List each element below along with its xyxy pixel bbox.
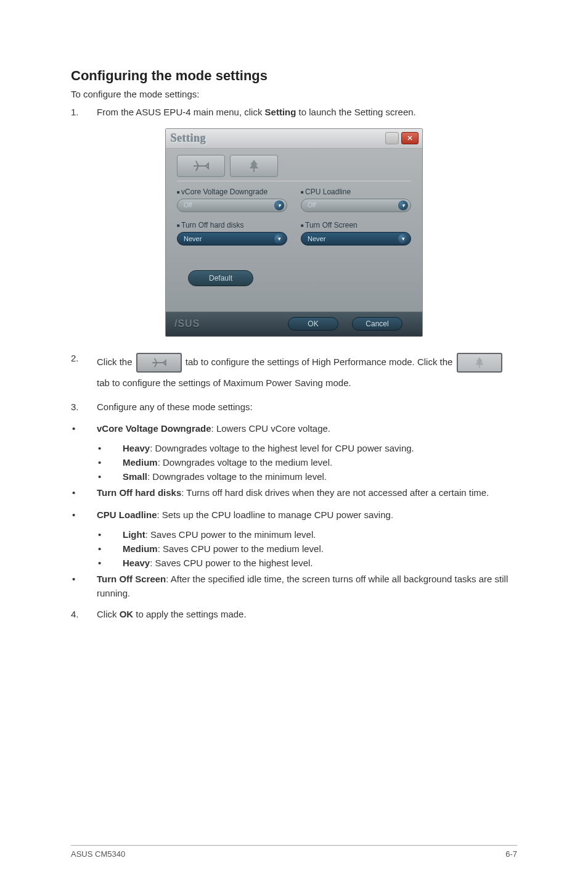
dropdown-value: Never [184, 235, 202, 242]
bullet-icon: • [71, 485, 97, 500]
vcore-dropdown[interactable]: Off ▾ [177, 199, 287, 212]
label: Heavy [123, 443, 150, 453]
chevron-down-icon: ▾ [274, 200, 284, 210]
step-number: 2. [71, 352, 97, 393]
hard-disks-label: Turn Off hard disks [177, 221, 287, 229]
label: Medium [123, 457, 158, 468]
bullet-icon: • [97, 558, 123, 568]
minimize-button[interactable] [385, 132, 399, 144]
ok-button[interactable]: OK [288, 317, 338, 331]
hard-disks-field: Turn Off hard disks Never ▾ [177, 221, 287, 245]
bullet-icon: • [97, 471, 123, 482]
text: : Lowers CPU vCore voltage. [211, 423, 330, 434]
screen-dropdown[interactable]: Never ▾ [301, 232, 411, 245]
mode-tabs [166, 149, 422, 177]
bullet-disks: • Turn Off hard disks: Turns off hard di… [71, 485, 517, 500]
bullet-loadline: • CPU Loadline: Sets up the CPU loadline… [71, 508, 517, 522]
bullet-icon: • [97, 457, 123, 468]
sub-bullet-light: • Light: Saves CPU power to the minimum … [97, 529, 517, 540]
vcore-field: vCore Voltage Downgrade Off ▾ [177, 188, 287, 212]
chevron-down-icon: ▾ [398, 234, 408, 244]
footer-product: ASUS CM5340 [71, 849, 125, 859]
text: : Downgrades voltage to the highest leve… [150, 443, 414, 453]
dialog-title: Setting [171, 132, 206, 145]
label: Heavy [123, 558, 150, 568]
text: : Downgrades voltage to the medium level… [158, 457, 332, 468]
text: to apply the settings made. [133, 609, 246, 619]
text: Click the [97, 357, 135, 367]
label: vCore Voltage Downgrade [97, 423, 211, 434]
text: Click [97, 609, 120, 619]
label: CPU Loadline [97, 510, 157, 520]
text: : Downgrades voltage to the minimum leve… [147, 471, 327, 482]
tree-icon [474, 356, 485, 369]
setting-dialog-screenshot: Setting ✕ vCore Voltage Downgrade Off ▾ … [165, 128, 423, 337]
bullet-vcore: • vCore Voltage Downgrade: Lowers CPU vC… [71, 421, 517, 435]
step-4: 4. Click OK to apply the settings made. [71, 608, 517, 622]
step-number: 4. [71, 608, 97, 622]
tab-power-saving[interactable] [230, 155, 278, 177]
text: : Turns off hard disk drives when they a… [181, 487, 489, 498]
step-3: 3. Configure any of these mode settings: [71, 400, 517, 415]
inline-tab-high-performance [136, 353, 182, 373]
asus-logo: /SUS [174, 318, 200, 329]
sub-bullet-heavy: • Heavy: Downgrades voltage to the highe… [97, 443, 517, 453]
step-number: 3. [71, 400, 97, 415]
sub-bullet-small: • Small: Downgrades voltage to the minim… [97, 471, 517, 482]
dropdown-value: Off [308, 202, 316, 208]
screen-field: Turn Off Screen Never ▾ [301, 221, 411, 245]
step-body: From the ASUS EPU-4 main menu, click Set… [97, 105, 517, 120]
bullet-icon: • [71, 572, 97, 601]
page-footer: ASUS CM5340 6-7 [71, 845, 517, 859]
text: : Saves CPU power to the minimum level. [145, 529, 316, 540]
sub-bullet-medium2: • Medium: Saves CPU power to the medium … [97, 543, 517, 554]
label: Medium [123, 543, 158, 554]
footer-page-number: 6-7 [505, 849, 517, 859]
heading: Configuring the mode settings [71, 68, 517, 84]
label: Turn Off hard disks [97, 487, 181, 498]
chevron-down-icon: ▾ [398, 200, 408, 210]
bullet-icon: • [97, 443, 123, 453]
sub-bullet-heavy2: • Heavy: Saves CPU power to the highest … [97, 558, 517, 568]
airplane-icon [151, 357, 167, 368]
tree-icon [248, 159, 260, 173]
step-2: 2. Click the tab to configure the settin… [71, 352, 517, 393]
titlebar: Setting ✕ [166, 129, 422, 149]
screen-label: Turn Off Screen [301, 221, 411, 229]
close-button[interactable]: ✕ [401, 132, 419, 144]
cancel-button[interactable]: Cancel [352, 317, 402, 331]
text: : Sets up the CPU loadline to manage CPU… [157, 510, 394, 520]
bullet-icon: • [71, 508, 97, 522]
bullet-icon: • [71, 421, 97, 435]
label: Light [123, 529, 145, 540]
text: tab to configure the settings of Maximum… [97, 377, 351, 388]
text: tab to configure the settings of High Pe… [183, 357, 455, 367]
vcore-label: vCore Voltage Downgrade [177, 188, 287, 196]
label: Turn Off Screen [97, 574, 166, 584]
bullet-icon: • [97, 529, 123, 540]
step-1: 1. From the ASUS EPU-4 main menu, click … [71, 105, 517, 120]
setting-keyword: Setting [265, 107, 296, 117]
label: Small [123, 471, 147, 482]
cpu-loadline-label: CPU Loadline [301, 188, 411, 196]
cpu-loadline-field: CPU Loadline Off ▾ [301, 188, 411, 212]
ok-keyword: OK [120, 609, 134, 619]
text: : Saves CPU power to the medium level. [158, 543, 324, 554]
text: : Saves CPU power to the highest level. [150, 558, 312, 568]
settings-panel: vCore Voltage Downgrade Off ▾ CPU Loadli… [177, 181, 411, 286]
bullet-screen: • Turn Off Screen: After the specified i… [71, 572, 517, 601]
hard-disks-dropdown[interactable]: Never ▾ [177, 232, 287, 245]
step-number: 1. [71, 105, 97, 120]
bullet-icon: • [97, 543, 123, 554]
tab-high-performance[interactable] [177, 155, 225, 177]
sub-bullet-medium: • Medium: Downgrades voltage to the medi… [97, 457, 517, 468]
step-body: Click the tab to configure the settings … [97, 352, 517, 393]
chevron-down-icon: ▾ [274, 234, 284, 244]
airplane-icon [192, 160, 210, 172]
dialog-bottombar: /SUS OK Cancel [166, 311, 422, 336]
text: to launch the Setting screen. [296, 107, 415, 117]
intro-text: To configure the mode settings: [71, 89, 517, 99]
default-button[interactable]: Default [188, 270, 253, 286]
dropdown-value: Off [184, 202, 192, 208]
cpu-loadline-dropdown[interactable]: Off ▾ [301, 199, 411, 212]
